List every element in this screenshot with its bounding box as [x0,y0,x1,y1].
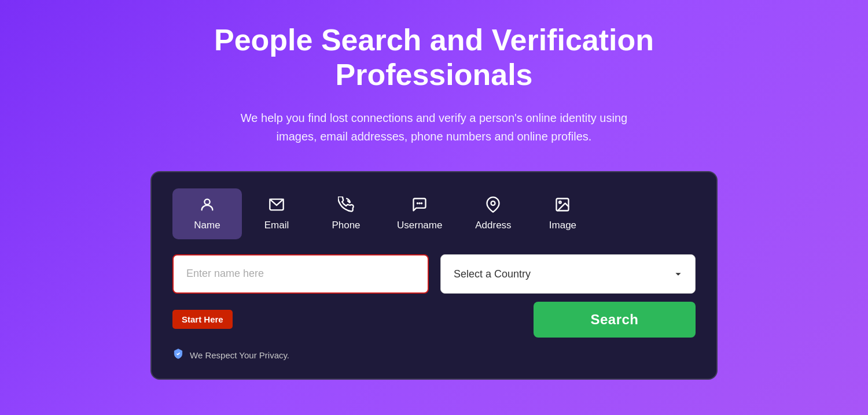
tab-address-label: Address [475,220,511,231]
start-here-badge[interactable]: Start Here [172,310,233,329]
tab-name[interactable]: Name [172,188,242,239]
search-button[interactable]: Search [534,302,696,338]
name-input[interactable] [172,254,429,294]
tab-image-label: Image [549,220,576,231]
svg-point-7 [560,201,562,203]
tab-image[interactable]: Image [528,188,597,239]
address-icon [485,197,501,215]
privacy-text: We Respect Your Privacy. [190,350,289,360]
phone-icon [338,197,354,215]
tab-email-label: Email [264,220,289,231]
svg-point-0 [204,199,209,204]
privacy-row: We Respect Your Privacy. [172,348,696,362]
actions-row: Start Here Search [172,302,696,338]
page-title: People Search and Verification Professio… [116,23,752,92]
tab-name-label: Name [194,220,220,231]
email-icon [269,197,285,215]
tab-address[interactable]: Address [458,188,528,239]
tab-email[interactable]: Email [242,188,311,239]
tab-username-label: Username [397,220,442,231]
username-icon [411,197,428,215]
shield-icon [172,348,184,362]
tab-username[interactable]: Username [381,188,458,239]
image-icon [554,197,571,215]
svg-point-5 [491,201,495,205]
form-row: Select a Country United States United Ki… [172,254,696,294]
tab-phone[interactable]: Phone [311,188,381,239]
person-icon [199,197,215,215]
search-card: Name Email Phone [150,171,718,380]
country-select[interactable]: Select a Country United States United Ki… [440,254,696,294]
tab-phone-label: Phone [332,220,360,231]
page-subtitle: We help you find lost connections and ve… [231,109,637,146]
tab-bar: Name Email Phone [172,188,696,239]
